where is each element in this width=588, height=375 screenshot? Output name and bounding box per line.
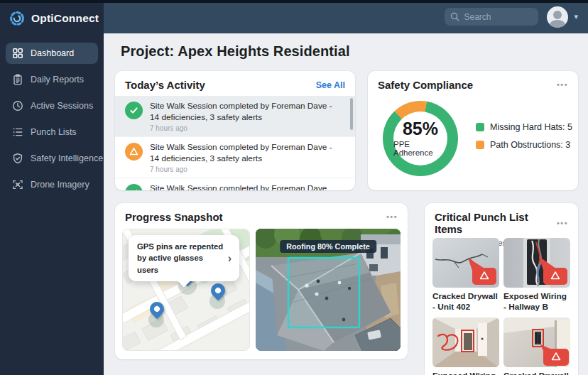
list-icon xyxy=(12,126,23,138)
roofing-bounding-box xyxy=(288,258,359,327)
sidebar-item-safety-intelligence[interactable]: Safety Intelligence xyxy=(6,148,98,169)
warning-triangle-icon xyxy=(125,143,143,161)
see-all-link[interactable]: See All xyxy=(316,80,345,90)
chevron-right-icon[interactable]: › xyxy=(228,252,234,265)
legend-item: Missing Hard Hats: 5 xyxy=(476,122,572,132)
legend-swatch-green xyxy=(476,123,484,131)
hallway-object-photo xyxy=(503,317,570,367)
drone-scan-icon xyxy=(12,179,23,190)
card-title: Critical Punch List Items xyxy=(435,211,557,235)
tooltip-line-2: by active glasses users xyxy=(137,254,203,273)
topbar: ▾ xyxy=(104,0,588,33)
activity-text: Site Walk Session completed by Foreman D… xyxy=(150,101,339,123)
card-menu-button[interactable]: ••• xyxy=(557,81,568,89)
legend-swatch-orange xyxy=(476,141,484,149)
critical-punch-list-card: Critical Punch List Items ••• High-sever… xyxy=(425,203,578,375)
map-road xyxy=(122,290,250,351)
activity-time: 7 hours ago xyxy=(150,165,339,173)
sidebar-item-drone-imagery[interactable]: Drone Imagery xyxy=(6,174,98,195)
card-title: Safety Compliance xyxy=(378,79,473,91)
punch-item[interactable]: Cracked Drywall - xyxy=(503,317,570,375)
card-title: Progress Snapshot xyxy=(125,211,223,223)
drone-photo: Roofing 80% Complete xyxy=(256,229,401,351)
sidebar-item-label: Drone Imagery xyxy=(31,180,89,190)
sidebar: OptiConnect Dashboard Daily Reports xyxy=(0,0,104,375)
punch-caption: Exposed Wiring - xyxy=(432,371,499,375)
activity-item[interactable]: Site Walk Session completed by Foreman D… xyxy=(115,96,355,136)
shield-check-icon xyxy=(12,153,23,164)
avatar[interactable] xyxy=(547,6,568,28)
sidebar-item-label: Daily Reports xyxy=(31,75,84,85)
brand: OptiConnect xyxy=(0,0,104,36)
activity-time: 7 hours ago xyxy=(150,124,339,132)
cracked-drywall-photo xyxy=(432,238,499,288)
todays-activity-card: Today’s Activity See All Site Walk Sessi… xyxy=(115,71,355,190)
app-window: OptiConnect Dashboard Daily Reports xyxy=(0,0,588,375)
punch-caption: Cracked Drywall - xyxy=(503,371,570,375)
main-content: Project: Apex Heights Residential Today’… xyxy=(104,33,588,375)
card-title: Today’s Activity xyxy=(125,79,205,91)
legend-item: Path Obstructions: 3 xyxy=(476,140,572,150)
punch-caption: Exposed Wiring - Hallway B xyxy=(503,291,570,312)
ppe-donut-chart: 85% PPE Adherence xyxy=(383,101,458,176)
page-title: Project: Apex Heights Residential xyxy=(121,43,350,60)
sidebar-item-active-sessions[interactable]: Active Sessions xyxy=(6,95,98,116)
donut-center-label: PPE Adherence xyxy=(393,140,447,157)
sidebar-item-dashboard[interactable]: Dashboard xyxy=(6,43,98,64)
donut-center-value: 85% xyxy=(403,120,438,138)
punch-item[interactable]: Cracked Drywall - Unit 402 xyxy=(432,238,499,312)
map-tooltip[interactable]: GPS pins are repented by active glasses … xyxy=(129,235,239,281)
sidebar-item-label: Dashboard xyxy=(31,48,74,58)
punch-caption: Cracked Drywall - Unit 402 xyxy=(432,291,499,312)
sidebar-item-label: Active Sessions xyxy=(31,101,93,111)
card-menu-button[interactable]: ••• xyxy=(557,219,568,227)
punch-grid: Cracked Drywall - Unit 402 xyxy=(432,238,570,375)
exposed-wiring-photo xyxy=(503,238,570,288)
clipboard-icon xyxy=(12,74,23,85)
roofing-progress-badge: Roofing 80% Complete xyxy=(280,240,376,253)
safety-compliance-card: Safety Compliance ••• 85% PPE Adherence … xyxy=(368,71,578,190)
hallway-annotated-photo xyxy=(432,317,499,367)
chevron-down-icon[interactable]: ▾ xyxy=(574,12,578,21)
activity-item[interactable]: Site Walk Session completed by Foreman D… xyxy=(115,136,355,178)
grid-icon xyxy=(12,48,23,59)
punch-item[interactable]: Exposed Wiring - xyxy=(432,317,499,375)
opticonnect-logo-icon xyxy=(9,10,26,27)
sidebar-item-label: Safety Intelligence xyxy=(31,153,103,163)
tooltip-line-1: GPS pins are repented xyxy=(137,242,223,251)
person-icon xyxy=(553,11,562,19)
progress-snapshot-card: Progress Snapshot ••• xyxy=(115,203,408,359)
brand-name: OptiConnect xyxy=(31,12,99,25)
gps-map[interactable]: GPS pins are repented by active glasses … xyxy=(122,229,250,351)
sidebar-item-punch-lists[interactable]: Punch Lists xyxy=(6,121,98,143)
window-chrome-strip xyxy=(0,0,588,3)
search-icon xyxy=(450,12,459,21)
card-menu-button[interactable]: ••• xyxy=(386,213,398,221)
sidebar-item-daily-reports[interactable]: Daily Reports xyxy=(6,69,98,90)
chart-legend: Missing Hard Hats: 5 Path Obstructions: … xyxy=(476,122,572,150)
sidebar-nav: Dashboard Daily Reports Active Sessions xyxy=(0,36,104,202)
scrollbar-thumb[interactable] xyxy=(350,98,353,130)
clock-icon xyxy=(12,100,23,112)
punch-item[interactable]: Exposed Wiring - Hallway B xyxy=(503,238,570,312)
check-circle-icon xyxy=(125,102,143,119)
activity-text: Site Walk Session completed by Foreman D… xyxy=(150,183,327,190)
activity-text: Site Walk Session completed by Foreman D… xyxy=(150,142,339,164)
sidebar-item-label: Punch Lists xyxy=(31,127,77,137)
check-circle-icon xyxy=(125,184,143,190)
search xyxy=(445,8,538,26)
activity-item[interactable]: Site Walk Session completed by Foreman D… xyxy=(115,178,355,190)
